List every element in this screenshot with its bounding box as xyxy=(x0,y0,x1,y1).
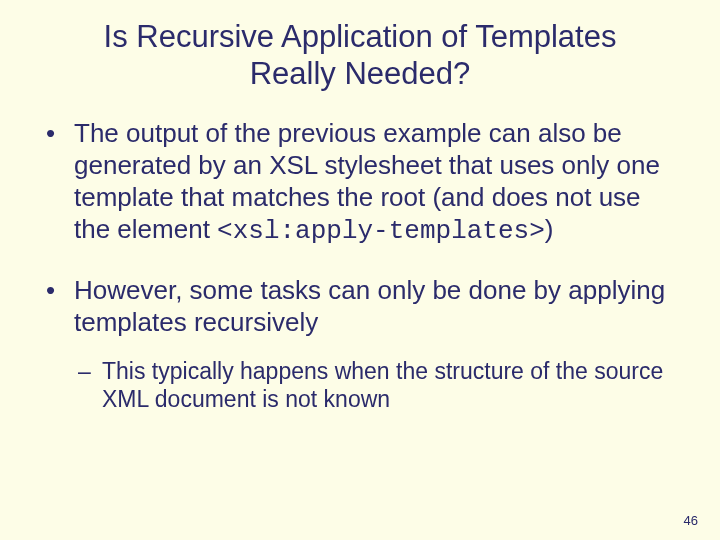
sub-item-1: This typically happens when the structur… xyxy=(74,357,680,415)
bullet-item-1: The output of the previous example can a… xyxy=(40,118,680,247)
slide-title: Is Recursive Application of Templates Re… xyxy=(40,18,680,92)
bullet-1-tail: ) xyxy=(545,214,554,244)
bullet-1-code: <xsl:apply-templates> xyxy=(217,216,545,246)
bullet-item-2: However, some tasks can only be done by … xyxy=(40,275,680,414)
slide: Is Recursive Application of Templates Re… xyxy=(0,0,720,540)
sub-list: This typically happens when the structur… xyxy=(74,357,680,415)
page-number: 46 xyxy=(684,513,698,528)
bullet-2-text: However, some tasks can only be done by … xyxy=(74,275,665,337)
bullet-list: The output of the previous example can a… xyxy=(40,118,680,414)
